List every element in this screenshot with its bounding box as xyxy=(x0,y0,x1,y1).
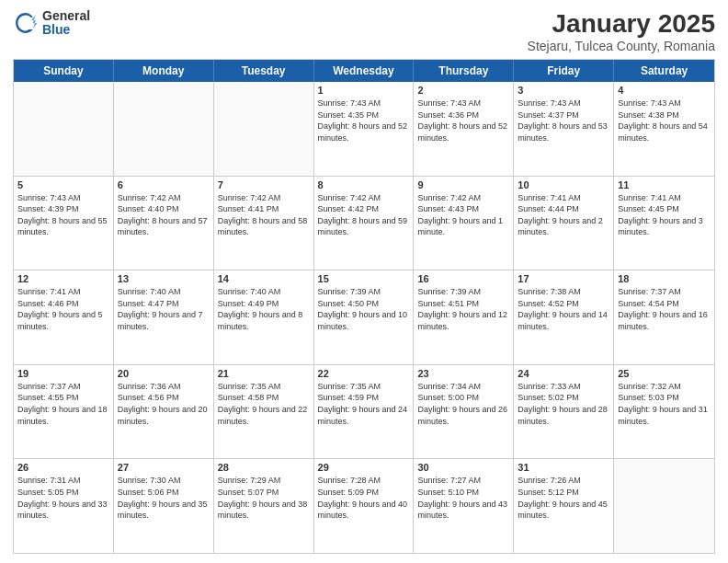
calendar-cell: 15Sunrise: 7:39 AM Sunset: 4:50 PM Dayli… xyxy=(314,270,415,364)
calendar-cell: 26Sunrise: 7:31 AM Sunset: 5:05 PM Dayli… xyxy=(14,459,114,553)
cell-info: Sunrise: 7:33 AM Sunset: 5:02 PM Dayligh… xyxy=(518,381,609,427)
calendar-row-1: 1Sunrise: 7:43 AM Sunset: 4:35 PM Daylig… xyxy=(14,82,714,177)
calendar-cell: 9Sunrise: 7:42 AM Sunset: 4:43 PM Daylig… xyxy=(414,177,514,270)
cell-info: Sunrise: 7:42 AM Sunset: 4:42 PM Dayligh… xyxy=(318,192,410,238)
cell-info: Sunrise: 7:43 AM Sunset: 4:36 PM Dayligh… xyxy=(417,98,509,144)
cell-info: Sunrise: 7:41 AM Sunset: 4:46 PM Dayligh… xyxy=(17,286,109,332)
cell-info: Sunrise: 7:36 AM Sunset: 4:56 PM Dayligh… xyxy=(118,381,210,427)
day-number: 13 xyxy=(118,273,210,284)
cell-info: Sunrise: 7:31 AM Sunset: 5:05 PM Dayligh… xyxy=(17,475,109,521)
cell-info: Sunrise: 7:42 AM Sunset: 4:43 PM Dayligh… xyxy=(417,192,509,238)
day-number: 24 xyxy=(518,368,609,379)
calendar-cell: 18Sunrise: 7:37 AM Sunset: 4:54 PM Dayli… xyxy=(614,270,714,364)
day-number: 12 xyxy=(17,273,109,284)
calendar-cell: 23Sunrise: 7:34 AM Sunset: 5:00 PM Dayli… xyxy=(414,365,514,459)
calendar-cell: 28Sunrise: 7:29 AM Sunset: 5:07 PM Dayli… xyxy=(214,459,314,553)
cell-info: Sunrise: 7:29 AM Sunset: 5:07 PM Dayligh… xyxy=(218,475,310,521)
day-number: 29 xyxy=(318,462,410,473)
calendar-cell xyxy=(114,82,214,176)
calendar-cell: 24Sunrise: 7:33 AM Sunset: 5:02 PM Dayli… xyxy=(514,365,614,459)
calendar-cell: 10Sunrise: 7:41 AM Sunset: 4:44 PM Dayli… xyxy=(514,177,614,270)
calendar-cell: 6Sunrise: 7:42 AM Sunset: 4:40 PM Daylig… xyxy=(114,177,214,270)
cell-info: Sunrise: 7:43 AM Sunset: 4:35 PM Dayligh… xyxy=(318,98,410,144)
header-day-wednesday: Wednesday xyxy=(314,60,415,82)
calendar-cell: 7Sunrise: 7:42 AM Sunset: 4:41 PM Daylig… xyxy=(214,177,314,270)
cell-info: Sunrise: 7:43 AM Sunset: 4:37 PM Dayligh… xyxy=(518,98,609,144)
calendar-header: SundayMondayTuesdayWednesdayThursdayFrid… xyxy=(14,60,714,82)
day-number: 21 xyxy=(218,368,310,379)
cell-info: Sunrise: 7:37 AM Sunset: 4:54 PM Dayligh… xyxy=(618,286,711,332)
calendar-row-3: 12Sunrise: 7:41 AM Sunset: 4:46 PM Dayli… xyxy=(14,270,714,365)
cell-info: Sunrise: 7:41 AM Sunset: 4:44 PM Dayligh… xyxy=(518,192,609,238)
calendar-cell: 30Sunrise: 7:27 AM Sunset: 5:10 PM Dayli… xyxy=(414,459,514,553)
cell-info: Sunrise: 7:28 AM Sunset: 5:09 PM Dayligh… xyxy=(318,475,410,521)
day-number: 22 xyxy=(318,368,410,379)
cell-info: Sunrise: 7:30 AM Sunset: 5:06 PM Dayligh… xyxy=(118,475,210,521)
logo-text: General Blue xyxy=(42,9,90,38)
cell-info: Sunrise: 7:35 AM Sunset: 4:59 PM Dayligh… xyxy=(318,381,410,427)
header-day-saturday: Saturday xyxy=(614,60,714,82)
cell-info: Sunrise: 7:26 AM Sunset: 5:12 PM Dayligh… xyxy=(518,475,609,521)
cell-info: Sunrise: 7:27 AM Sunset: 5:10 PM Dayligh… xyxy=(417,475,509,521)
cell-info: Sunrise: 7:38 AM Sunset: 4:52 PM Dayligh… xyxy=(518,286,609,332)
calendar-cell: 3Sunrise: 7:43 AM Sunset: 4:37 PM Daylig… xyxy=(514,82,614,176)
day-number: 7 xyxy=(218,179,310,190)
header-day-sunday: Sunday xyxy=(14,60,114,82)
calendar-cell: 4Sunrise: 7:43 AM Sunset: 4:38 PM Daylig… xyxy=(614,82,714,176)
logo: General Blue xyxy=(13,9,90,38)
calendar-row-2: 5Sunrise: 7:43 AM Sunset: 4:39 PM Daylig… xyxy=(14,177,714,271)
day-number: 28 xyxy=(218,462,310,473)
day-number: 8 xyxy=(318,179,410,190)
day-number: 6 xyxy=(118,179,210,190)
cell-info: Sunrise: 7:35 AM Sunset: 4:58 PM Dayligh… xyxy=(218,381,310,427)
calendar-cell: 25Sunrise: 7:32 AM Sunset: 5:03 PM Dayli… xyxy=(614,365,714,459)
calendar-cell xyxy=(214,82,314,176)
day-number: 17 xyxy=(518,273,609,284)
day-number: 9 xyxy=(417,179,509,190)
header-day-tuesday: Tuesday xyxy=(214,60,314,82)
calendar-cell: 31Sunrise: 7:26 AM Sunset: 5:12 PM Dayli… xyxy=(514,459,614,553)
day-number: 11 xyxy=(618,179,711,190)
logo-blue-text: Blue xyxy=(42,23,90,37)
day-number: 26 xyxy=(17,462,109,473)
calendar-body: 1Sunrise: 7:43 AM Sunset: 4:35 PM Daylig… xyxy=(14,82,714,553)
day-number: 10 xyxy=(518,179,609,190)
day-number: 18 xyxy=(618,273,711,284)
calendar-cell: 8Sunrise: 7:42 AM Sunset: 4:42 PM Daylig… xyxy=(314,177,415,270)
day-number: 31 xyxy=(518,462,609,473)
logo-general-text: General xyxy=(42,9,90,23)
calendar-cell: 1Sunrise: 7:43 AM Sunset: 4:35 PM Daylig… xyxy=(314,82,415,176)
day-number: 27 xyxy=(118,462,210,473)
day-number: 30 xyxy=(417,462,509,473)
calendar-cell: 16Sunrise: 7:39 AM Sunset: 4:51 PM Dayli… xyxy=(414,270,514,364)
cell-info: Sunrise: 7:39 AM Sunset: 4:51 PM Dayligh… xyxy=(417,286,509,332)
cell-info: Sunrise: 7:42 AM Sunset: 4:41 PM Dayligh… xyxy=(218,192,310,238)
header-day-friday: Friday xyxy=(514,60,614,82)
cell-info: Sunrise: 7:40 AM Sunset: 4:47 PM Dayligh… xyxy=(118,286,210,332)
calendar-cell: 27Sunrise: 7:30 AM Sunset: 5:06 PM Dayli… xyxy=(114,459,214,553)
calendar-cell xyxy=(14,82,114,176)
calendar-cell: 20Sunrise: 7:36 AM Sunset: 4:56 PM Dayli… xyxy=(114,365,214,459)
cell-info: Sunrise: 7:34 AM Sunset: 5:00 PM Dayligh… xyxy=(417,381,509,427)
page: General Blue January 2025 Stejaru, Tulce… xyxy=(0,0,728,563)
calendar-cell: 19Sunrise: 7:37 AM Sunset: 4:55 PM Dayli… xyxy=(14,365,114,459)
calendar-cell: 5Sunrise: 7:43 AM Sunset: 4:39 PM Daylig… xyxy=(14,177,114,270)
title-block: January 2025 Stejaru, Tulcea County, Rom… xyxy=(528,9,715,53)
day-number: 3 xyxy=(518,85,609,96)
calendar-cell: 14Sunrise: 7:40 AM Sunset: 4:49 PM Dayli… xyxy=(214,270,314,364)
cell-info: Sunrise: 7:42 AM Sunset: 4:40 PM Dayligh… xyxy=(118,192,210,238)
calendar: SundayMondayTuesdayWednesdayThursdayFrid… xyxy=(13,59,715,554)
cell-info: Sunrise: 7:41 AM Sunset: 4:45 PM Dayligh… xyxy=(618,192,711,238)
cell-info: Sunrise: 7:43 AM Sunset: 4:38 PM Dayligh… xyxy=(618,98,711,144)
header: General Blue January 2025 Stejaru, Tulce… xyxy=(13,9,715,53)
cell-info: Sunrise: 7:40 AM Sunset: 4:49 PM Dayligh… xyxy=(218,286,310,332)
main-title: January 2025 xyxy=(528,9,715,39)
calendar-cell: 13Sunrise: 7:40 AM Sunset: 4:47 PM Dayli… xyxy=(114,270,214,364)
logo-icon xyxy=(13,10,39,36)
day-number: 19 xyxy=(17,368,109,379)
header-day-monday: Monday xyxy=(114,60,214,82)
cell-info: Sunrise: 7:37 AM Sunset: 4:55 PM Dayligh… xyxy=(17,381,109,427)
cell-info: Sunrise: 7:32 AM Sunset: 5:03 PM Dayligh… xyxy=(618,381,711,427)
calendar-cell: 12Sunrise: 7:41 AM Sunset: 4:46 PM Dayli… xyxy=(14,270,114,364)
subtitle: Stejaru, Tulcea County, Romania xyxy=(528,39,715,53)
